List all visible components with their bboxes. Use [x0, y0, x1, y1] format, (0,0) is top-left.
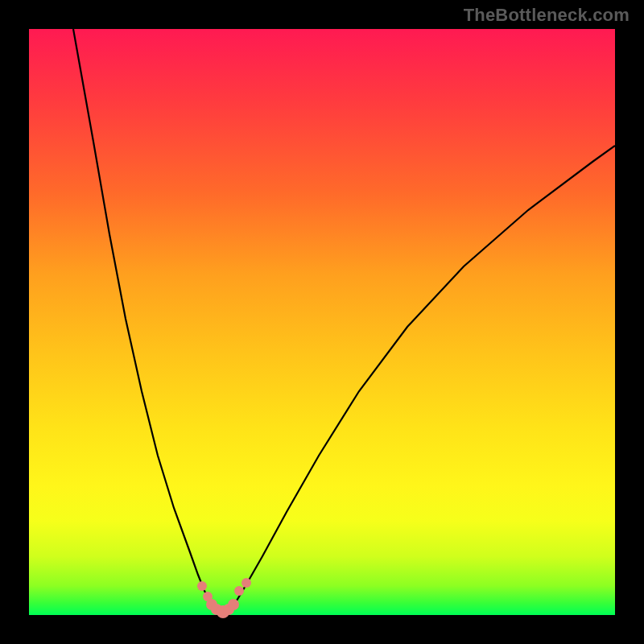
chart-svg	[29, 29, 615, 615]
curve-left-branch	[73, 29, 216, 609]
trough-markers	[197, 578, 251, 618]
chart-plot-area	[29, 29, 615, 615]
data-point-marker	[197, 581, 207, 591]
data-point-marker	[234, 586, 244, 596]
curve-right-branch	[230, 146, 615, 609]
data-point-marker	[242, 578, 251, 588]
watermark-text: TheBottleneck.com	[464, 5, 630, 26]
data-point-marker	[228, 599, 239, 610]
